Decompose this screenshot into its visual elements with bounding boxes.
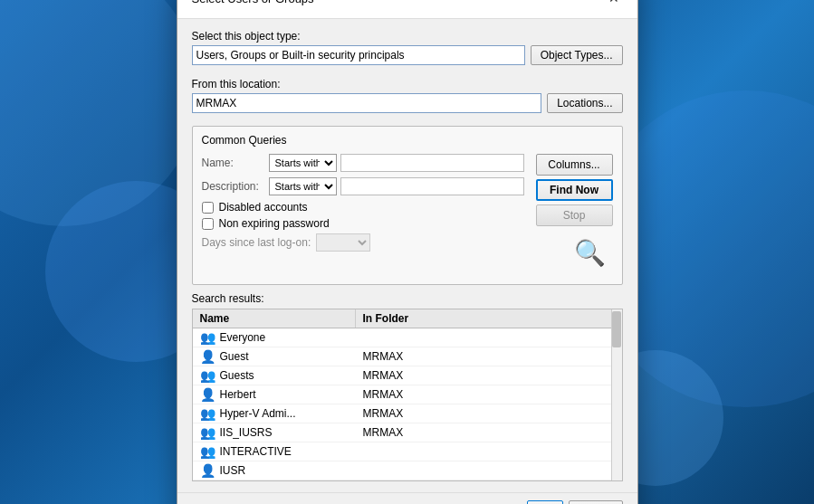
dialog-body: Select this object type: Object Types...… [177, 19, 637, 492]
table-row[interactable]: 👥 Guests MRMAX [193, 366, 611, 385]
dialog-titlebar: Select Users or Groups ✕ [177, 0, 637, 19]
object-types-button[interactable]: Object Types... [531, 45, 623, 65]
col-header-name[interactable]: Name [193, 309, 356, 328]
user-icon: 👤 [200, 349, 215, 364]
cell-folder-value [356, 469, 611, 472]
object-type-row: Object Types... [192, 45, 623, 65]
description-query-label: Description: [202, 180, 265, 193]
disabled-accounts-row: Disabled accounts [202, 201, 524, 214]
cell-folder-value: MRMAX [356, 405, 611, 422]
cell-folder-value: MRMAX [356, 367, 611, 384]
cell-name-value: Guests [220, 369, 254, 382]
ok-button[interactable]: OK [527, 500, 563, 504]
days-row: Days since last log-on: [202, 233, 524, 252]
location-row: Locations... [192, 93, 623, 113]
disabled-accounts-label[interactable]: Disabled accounts [219, 201, 308, 214]
location-label: From this location: [192, 78, 623, 90]
cell-name-value: Everyone [220, 331, 266, 344]
object-type-input[interactable] [192, 45, 525, 65]
table-row[interactable]: 👥 IIS_IUSRS MRMAX [193, 423, 611, 442]
results-body: 👥 Everyone 👤 Guest MRMAX 👥 Guests MRMAX … [193, 328, 611, 480]
queries-left: Name: Starts with Is Ends with Descripti… [202, 154, 524, 275]
dialog-footer: OK Cancel [177, 492, 637, 504]
common-queries-section: Common Queries Name: Starts with Is Ends… [192, 126, 623, 285]
cell-folder-value: MRMAX [356, 424, 611, 441]
select-users-dialog: Select Users or Groups ✕ Select this obj… [177, 0, 638, 504]
dialog-title: Select Users or Groups [192, 0, 314, 5]
table-row[interactable]: 👤 IUSR [193, 461, 611, 480]
user-icon: 👥 [200, 425, 215, 440]
user-icon: 👤 [200, 463, 215, 478]
locations-button[interactable]: Locations... [547, 93, 622, 113]
description-condition-select[interactable]: Starts with Is [269, 177, 337, 195]
columns-button[interactable]: Columns... [536, 154, 613, 176]
scrollbar-track[interactable] [611, 309, 622, 480]
cell-folder-value: MRMAX [356, 348, 611, 365]
table-row[interactable]: 👤 Herbert MRMAX [193, 385, 611, 404]
description-query-row: Description: Starts with Is [202, 177, 524, 195]
disabled-accounts-checkbox[interactable] [202, 202, 214, 214]
table-row[interactable]: 👤 Guest MRMAX [193, 347, 611, 366]
results-table-container: Name In Folder 👥 Everyone 👤 Guest MRMAX … [192, 309, 623, 481]
user-icon: 👥 [200, 406, 215, 421]
days-label: Days since last log-on: [202, 236, 311, 249]
user-icon: 👥 [200, 368, 215, 383]
cell-name-value: Hyper-V Admi... [220, 407, 296, 420]
search-results-section: Search results: Name In Folder 👥 Everyon… [192, 292, 623, 481]
find-now-button[interactable]: Find Now [536, 179, 613, 201]
queries-layout: Name: Starts with Is Ends with Descripti… [202, 154, 613, 275]
non-expiring-row: Non expiring password [202, 217, 524, 230]
location-input[interactable] [192, 93, 542, 113]
cell-name-value: Guest [220, 350, 249, 363]
cell-folder-value [356, 336, 611, 339]
col-header-folder[interactable]: In Folder [356, 309, 611, 328]
name-condition-select[interactable]: Starts with Is Ends with [269, 154, 337, 172]
stop-button[interactable]: Stop [536, 204, 613, 226]
table-row[interactable]: 👥 Everyone [193, 328, 611, 347]
search-results-label: Search results: [192, 292, 623, 305]
object-type-section: Select this object type: Object Types... [192, 30, 623, 71]
cell-name-value: IUSR [220, 464, 246, 477]
user-icon: 👥 [200, 330, 215, 345]
common-queries-label: Common Queries [202, 134, 613, 147]
results-table: Name In Folder 👥 Everyone 👤 Guest MRMAX … [193, 309, 611, 480]
cell-name-value: IIS_IUSRS [220, 426, 273, 439]
object-type-label: Select this object type: [192, 30, 623, 43]
queries-right: Columns... Find Now Stop 🔍 [531, 154, 613, 275]
non-expiring-label[interactable]: Non expiring password [219, 217, 330, 230]
table-row[interactable]: 👥 INTERACTIVE [193, 442, 611, 461]
search-icon-area: 🔍 [568, 230, 613, 275]
cell-folder-value: MRMAX [356, 386, 611, 403]
cancel-button[interactable]: Cancel [569, 500, 622, 504]
close-button[interactable]: ✕ [601, 0, 627, 11]
days-select[interactable] [316, 233, 370, 252]
name-query-label: Name: [202, 157, 265, 169]
table-row[interactable]: 👥 Hyper-V Admi... MRMAX [193, 404, 611, 423]
cell-folder-value [356, 450, 611, 453]
cell-name-value: INTERACTIVE [220, 445, 292, 458]
search-magnifier-icon: 🔍 [574, 238, 606, 268]
user-icon: 👤 [200, 387, 215, 402]
description-value-input[interactable] [340, 177, 524, 195]
name-value-input[interactable] [340, 154, 524, 172]
dialog-overlay: Select Users or Groups ✕ Select this obj… [0, 0, 814, 504]
cell-name-value: Herbert [220, 388, 256, 401]
location-section: From this location: Locations... [192, 78, 623, 119]
results-header: Name In Folder [193, 309, 611, 328]
scrollbar-thumb[interactable] [612, 311, 621, 347]
user-icon: 👥 [200, 444, 215, 459]
name-query-row: Name: Starts with Is Ends with [202, 154, 524, 172]
non-expiring-checkbox[interactable] [202, 218, 214, 230]
